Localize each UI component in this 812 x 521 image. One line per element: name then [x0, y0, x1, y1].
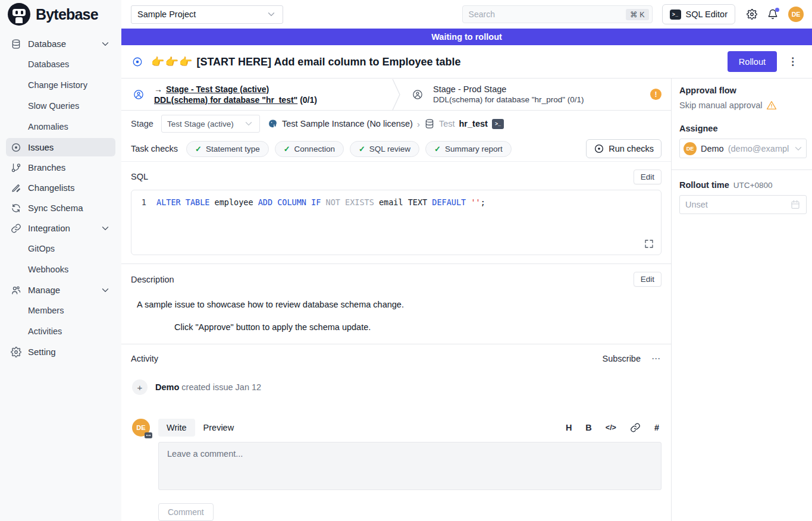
- approval-flow-value: Skip manual approval: [679, 100, 807, 111]
- check-sql-review[interactable]: ✓SQL review: [350, 141, 419, 157]
- run-icon: [594, 143, 604, 154]
- brand-logo[interactable]: Bytebase: [0, 0, 121, 29]
- environment-name: Test: [439, 119, 455, 128]
- activity-overflow-icon[interactable]: ⋯: [651, 353, 661, 364]
- stage-card-prod[interactable]: Stage - Prod Stage DDL(schema) for datab…: [400, 79, 671, 110]
- stage-task: DDL(schema) for database "hr_test": [154, 95, 297, 105]
- pointer-emoji: 👉👉👉: [151, 56, 193, 68]
- chevron-down-icon: [243, 118, 254, 129]
- sidebar-item-branches[interactable]: Branches: [6, 158, 115, 177]
- code-icon[interactable]: </>: [606, 423, 616, 432]
- description-text: Click "Approve" button to apply the sche…: [174, 322, 661, 332]
- stage-select-row: Stage Test Stage (active) Test Sample In…: [121, 111, 671, 137]
- database-icon: [424, 118, 435, 129]
- project-select[interactable]: Sample Project: [131, 5, 283, 24]
- gear-icon: [11, 347, 21, 357]
- activity-item: + Democreated issue Jan 12: [121, 364, 671, 395]
- sidebar-item-database[interactable]: Database: [6, 34, 115, 53]
- sidebar-item-sync-schema[interactable]: Sync Schema: [6, 199, 115, 217]
- description-section-header: Description Edit: [121, 264, 671, 287]
- sidebar-item-webhooks[interactable]: Webhooks: [6, 260, 115, 278]
- stage-title: Stage - Prod Stage: [433, 84, 584, 94]
- assignee-avatar: DE: [684, 142, 697, 155]
- brand-name: Bytebase: [36, 6, 98, 23]
- task-checks-label: Task checks: [131, 144, 178, 153]
- check-statement-type[interactable]: ✓Statement type: [186, 141, 269, 157]
- approval-flow-label: Approval flow: [679, 86, 807, 95]
- chevron-down-icon: [100, 223, 111, 234]
- stage-label: Stage: [131, 119, 153, 128]
- topbar: Sample Project ⌘ K >_ SQL Editor DE: [121, 0, 812, 29]
- chevron-down-icon: [100, 285, 111, 296]
- database-name[interactable]: hr_test: [459, 119, 488, 128]
- stage-select[interactable]: Test Stage (active): [161, 115, 260, 133]
- comment-editor: DE Write Preview H B </> #: [121, 395, 671, 521]
- sql-edit-button[interactable]: Edit: [634, 170, 661, 184]
- activity-action: created issue Jan 12: [181, 382, 261, 392]
- sidebar-item-integration[interactable]: Integration: [6, 219, 115, 237]
- issue-icon: [11, 142, 21, 153]
- sql-section-header: SQL Edit: [121, 162, 671, 184]
- link-icon: [11, 223, 21, 234]
- comment-input[interactable]: [158, 442, 661, 490]
- activity-user: Demo: [155, 382, 179, 392]
- search-box[interactable]: ⌘ K: [462, 5, 653, 23]
- sql-editor-button[interactable]: >_ SQL Editor: [662, 4, 735, 24]
- changelist-icon: [11, 183, 21, 193]
- description-label: Description: [131, 275, 174, 284]
- sidebar-item-anomalies[interactable]: Anomalies: [6, 117, 115, 136]
- warning-icon: [766, 100, 777, 111]
- issue-sidebar: Approval flow Skip manual approval Assig…: [671, 79, 812, 521]
- run-checks-button[interactable]: Run checks: [586, 139, 661, 158]
- heading-icon[interactable]: H: [566, 423, 572, 432]
- comment-tabs: Write Preview H B </> #: [158, 419, 661, 437]
- expand-icon[interactable]: [644, 238, 654, 249]
- user-avatar[interactable]: DE: [788, 7, 804, 22]
- sidebar-item-changelists[interactable]: Changelists: [6, 178, 115, 197]
- postgres-icon: [268, 119, 278, 129]
- sidebar-item-slow-queries[interactable]: Slow Queries: [6, 96, 115, 115]
- chat-bubble-icon: [145, 432, 152, 438]
- tab-preview[interactable]: Preview: [195, 419, 243, 437]
- project-select-value: Sample Project: [137, 10, 196, 19]
- check-summary-report[interactable]: ✓Summary report: [425, 141, 512, 157]
- sidebar-item-databases[interactable]: Databases: [6, 55, 115, 73]
- sidebar-item-manage[interactable]: Manage: [6, 281, 115, 299]
- check-connection[interactable]: ✓Connection: [275, 141, 344, 157]
- breadcrumb-separator: ›: [417, 119, 420, 129]
- bold-icon[interactable]: B: [585, 423, 591, 432]
- sidebar-item-activities[interactable]: Activities: [6, 322, 115, 340]
- rollout-time-picker[interactable]: Unset: [679, 195, 807, 214]
- assignee-select[interactable]: DE Demo (demo@example: [679, 139, 807, 158]
- page-title: 👉👉👉[START HERE] Add email column to Empl…: [151, 55, 460, 68]
- database-breadcrumb: Test Sample Instance (No license) › Test…: [268, 118, 504, 129]
- sidebar-item-setting[interactable]: Setting: [6, 343, 115, 361]
- approver-icon: [410, 89, 425, 100]
- kebab-menu-icon[interactable]: ⋮: [785, 55, 800, 68]
- stage-pipeline: →Stage - Test Stage (active) DDL(schema)…: [121, 79, 671, 111]
- bell-icon[interactable]: [767, 9, 778, 20]
- open-sql-editor-icon[interactable]: >_: [492, 119, 504, 129]
- sql-code-block[interactable]: 1ALTER TABLE employee ADD COLUMN IF NOT …: [131, 190, 661, 255]
- description-text: A sample issue to showcase how to review…: [137, 300, 661, 309]
- tab-write[interactable]: Write: [158, 419, 195, 437]
- sidebar-item-change-history[interactable]: Change History: [6, 76, 115, 94]
- approver-icon: [131, 89, 146, 100]
- description-edit-button[interactable]: Edit: [634, 272, 661, 287]
- hash-icon[interactable]: #: [654, 423, 659, 432]
- stage-card-test[interactable]: →Stage - Test Stage (active) DDL(schema)…: [121, 79, 392, 110]
- issue-detail: →Stage - Test Stage (active) DDL(schema)…: [121, 79, 671, 521]
- sidebar-item-members[interactable]: Members: [6, 301, 115, 319]
- sidebar-nav: Database Databases Change History Slow Q…: [0, 29, 121, 361]
- comment-button[interactable]: Comment: [158, 503, 214, 521]
- search-input[interactable]: [469, 10, 626, 19]
- gear-icon[interactable]: [747, 9, 757, 20]
- sync-icon: [11, 203, 21, 214]
- link-icon[interactable]: [630, 422, 641, 433]
- instance-name[interactable]: Test Sample Instance (No license): [282, 119, 413, 128]
- issue-title-row: 👉👉👉[START HERE] Add email column to Empl…: [121, 45, 812, 79]
- sidebar-item-issues[interactable]: Issues: [6, 138, 115, 156]
- rollout-button[interactable]: Rollout: [728, 51, 777, 72]
- sidebar-item-gitops[interactable]: GitOps: [6, 239, 115, 258]
- subscribe-button[interactable]: Subscribe: [603, 354, 641, 363]
